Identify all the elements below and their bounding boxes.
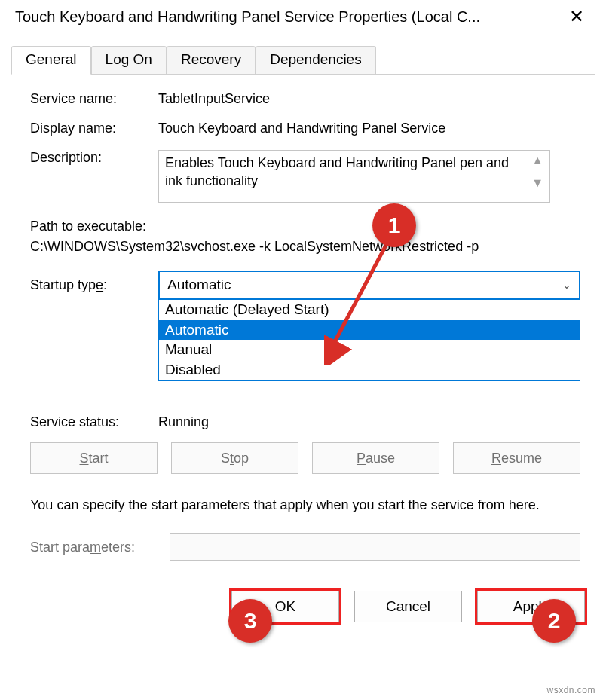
value-description: Enables Touch Keyboard and Handwriting P… [165, 154, 524, 191]
dropdown-option-automatic[interactable]: Automatic [159, 320, 580, 341]
service-properties-dialog: Touch Keyboard and Handwriting Panel Ser… [0, 0, 603, 700]
tab-recovery[interactable]: Recovery [167, 46, 256, 74]
titlebar: Touch Keyboard and Handwriting Panel Ser… [0, 0, 603, 31]
label-path: Path to executable: [30, 216, 580, 237]
close-icon[interactable]: ✕ [562, 6, 592, 27]
label-start-parameters: Start parameters: [30, 540, 170, 555]
label-service-name: Service name: [30, 91, 158, 107]
label-service-status: Service status: [30, 414, 158, 430]
scroll-up-icon[interactable]: ▲ [531, 154, 543, 167]
resume-button: Resume [453, 442, 580, 474]
dropdown-control[interactable]: Automatic ⌄ [158, 271, 580, 299]
label-description: Description: [30, 150, 158, 203]
dropdown-option-automatic-delayed[interactable]: Automatic (Delayed Start) [159, 300, 580, 320]
tab-dependencies[interactable]: Dependencies [256, 46, 375, 74]
tab-strip: General Log On Recovery Dependencies [11, 46, 595, 75]
label-startup-type: Startup type: [30, 277, 158, 293]
pause-button: Pause [312, 442, 439, 474]
start-button: Start [30, 442, 158, 474]
dropdown-option-disabled[interactable]: Disabled [159, 360, 580, 381]
description-textbox[interactable]: Enables Touch Keyboard and Handwriting P… [158, 150, 550, 203]
watermark: wsxdn.com [546, 685, 595, 695]
tab-logon[interactable]: Log On [91, 46, 167, 74]
tab-general[interactable]: General [11, 46, 91, 75]
tab-content-general: Service name: TabletInputService Display… [0, 75, 603, 561]
label-display-name: Display name: [30, 121, 158, 136]
dropdown-selected-value: Automatic [167, 277, 231, 293]
annotation-marker-1: 1 [372, 203, 416, 247]
start-parameters-input [170, 533, 580, 561]
value-service-name: TabletInputService [158, 91, 580, 107]
dialog-buttons: OK Cancel Apply [0, 591, 603, 631]
value-path: C:\WINDOWS\System32\svchost.exe -k Local… [30, 237, 580, 257]
cancel-button[interactable]: Cancel [354, 591, 462, 622]
start-parameters-hint: You can specify the start parameters tha… [30, 495, 580, 515]
window-title: Touch Keyboard and Handwriting Panel Ser… [15, 8, 480, 26]
chevron-down-icon: ⌄ [562, 279, 571, 291]
annotation-marker-3: 3 [228, 599, 272, 643]
service-control-buttons: Start Stop Pause Resume [30, 442, 580, 474]
startup-type-dropdown[interactable]: Automatic ⌄ Automatic (Delayed Start) Au… [158, 271, 580, 299]
stop-button: Stop [171, 442, 298, 474]
dropdown-list: Automatic (Delayed Start) Automatic Manu… [158, 299, 580, 381]
value-display-name: Touch Keyboard and Handwriting Panel Ser… [158, 121, 580, 136]
section-divider [30, 405, 151, 405]
description-scroll[interactable]: ▲ ▼ [531, 154, 543, 190]
value-service-status: Running [158, 414, 209, 430]
annotation-marker-2: 2 [532, 599, 576, 643]
dropdown-option-manual[interactable]: Manual [159, 340, 580, 360]
scroll-down-icon[interactable]: ▼ [531, 176, 543, 190]
